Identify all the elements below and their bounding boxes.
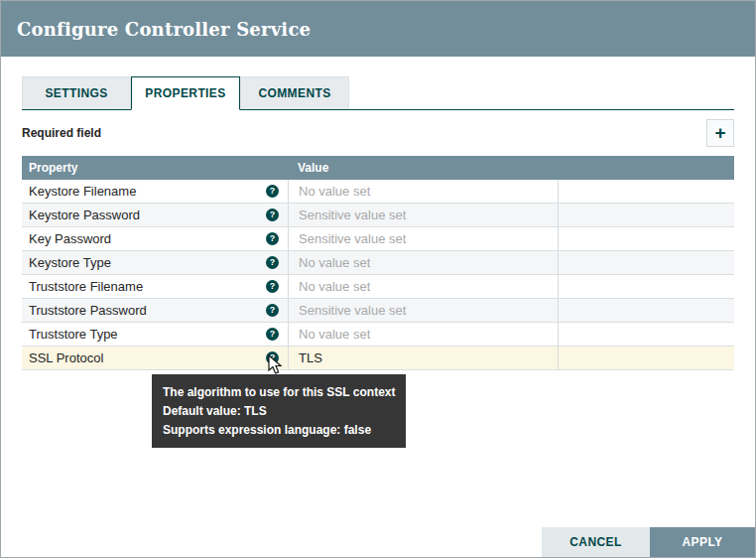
tab-properties-label: PROPERTIES <box>145 86 225 100</box>
tab-settings-label: SETTINGS <box>45 86 107 100</box>
actions-cell <box>558 204 734 226</box>
table-row[interactable]: Truststore Filename ? No value set <box>22 275 734 299</box>
property-value[interactable]: No value set <box>288 275 558 298</box>
help-icon[interactable]: ? <box>266 328 279 341</box>
property-help-tooltip: The algorithm to use for this SSL contex… <box>152 374 406 448</box>
property-cell: Keystore Filename ? <box>22 180 288 203</box>
property-value[interactable]: Sensitive value set <box>288 299 558 322</box>
add-property-button[interactable]: + <box>706 119 734 147</box>
tab-properties[interactable]: PROPERTIES <box>131 76 240 110</box>
property-name: Keystore Filename <box>29 184 136 199</box>
apply-button-label: APPLY <box>683 535 723 549</box>
property-value[interactable]: Sensitive value set <box>288 204 558 226</box>
tab-settings[interactable]: SETTINGS <box>22 76 131 109</box>
property-cell: Keystore Type ? <box>22 251 288 274</box>
property-value[interactable]: No value set <box>288 323 558 346</box>
actions-cell <box>558 227 734 250</box>
property-value[interactable]: No value set <box>288 180 558 203</box>
help-icon[interactable]: ? <box>266 185 279 198</box>
property-cell: Truststore Password ? <box>22 299 288 322</box>
properties-toolbar: Required field + <box>22 119 734 147</box>
table-row[interactable]: Keystore Type ? No value set <box>22 251 734 275</box>
actions-cell <box>558 347 734 369</box>
table-row[interactable]: Keystore Filename ? No value set <box>22 180 734 204</box>
cancel-button-label: CANCEL <box>569 535 621 549</box>
property-value[interactable]: TLS <box>288 347 558 369</box>
table-row[interactable]: Truststore Type ? No value set <box>22 323 734 347</box>
tooltip-default-value: Default value: TLS <box>163 403 395 419</box>
apply-button[interactable]: APPLY <box>650 527 755 557</box>
tooltip-expression-language: Supports expression language: false <box>163 422 395 438</box>
column-header-property: Property <box>22 161 288 175</box>
dialog-title: Configure Controller Service <box>17 19 311 40</box>
column-header-value: Value <box>288 161 558 175</box>
property-name: SSL Protocol <box>29 350 103 365</box>
cancel-button[interactable]: CANCEL <box>542 527 650 557</box>
property-name: Keystore Type <box>29 255 111 270</box>
help-icon[interactable]: ? <box>266 256 279 269</box>
dialog-header: Configure Controller Service <box>1 1 755 57</box>
actions-cell <box>558 323 734 346</box>
configure-controller-service-dialog: Configure Controller Service SETTINGS PR… <box>0 0 756 558</box>
tooltip-description: The algorithm to use for this SSL contex… <box>163 384 395 400</box>
help-icon[interactable]: ? <box>266 209 279 221</box>
property-name: Keystore Password <box>29 208 140 222</box>
help-icon[interactable]: ? <box>266 304 279 317</box>
help-icon[interactable]: ? <box>266 232 279 245</box>
table-body: Keystore Filename ? No value set Keystor… <box>22 180 734 370</box>
property-cell: Keystore Password ? <box>22 204 288 226</box>
required-field-label: Required field <box>22 119 734 147</box>
help-icon[interactable]: ? <box>266 351 279 364</box>
dialog-footer: CANCEL APPLY <box>542 527 755 557</box>
property-name: Truststore Type <box>29 327 118 342</box>
actions-cell <box>558 275 734 298</box>
table-row[interactable]: SSL Protocol ? TLS <box>22 347 734 370</box>
property-cell: Truststore Type ? <box>22 323 288 346</box>
properties-table: Property Value Keystore Filename ? No va… <box>22 156 734 370</box>
property-name: Truststore Filename <box>29 279 143 294</box>
tab-bar: SETTINGS PROPERTIES COMMENTS <box>22 76 734 110</box>
table-row[interactable]: Keystore Password ? Sensitive value set <box>22 204 734 227</box>
property-name: Key Password <box>29 231 111 246</box>
property-value[interactable]: Sensitive value set <box>288 227 558 250</box>
actions-cell <box>558 299 734 322</box>
property-cell: SSL Protocol ? <box>22 347 288 369</box>
tab-comments[interactable]: COMMENTS <box>240 76 349 109</box>
table-row[interactable]: Truststore Password ? Sensitive value se… <box>22 299 734 323</box>
plus-icon: + <box>714 123 725 142</box>
property-cell: Key Password ? <box>22 227 288 250</box>
property-name: Truststore Password <box>29 303 147 318</box>
tab-comments-label: COMMENTS <box>258 86 330 100</box>
actions-cell <box>558 180 734 203</box>
actions-cell <box>558 251 734 274</box>
property-value[interactable]: No value set <box>288 251 558 274</box>
table-row[interactable]: Key Password ? Sensitive value set <box>22 227 734 251</box>
table-header-row: Property Value <box>22 156 734 180</box>
property-cell: Truststore Filename ? <box>22 275 288 298</box>
help-icon[interactable]: ? <box>266 280 279 293</box>
